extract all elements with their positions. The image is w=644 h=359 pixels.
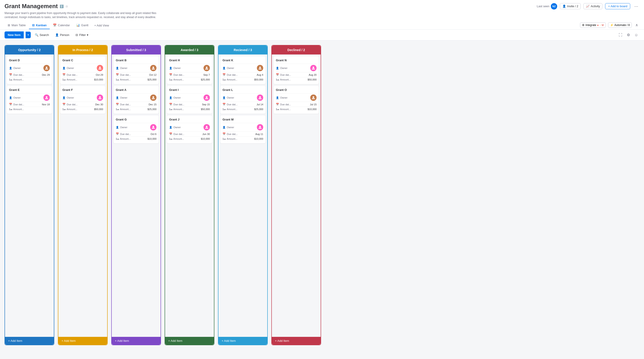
owner-row: 👤 Owner [9,64,50,72]
due-date-label: 📅 Due dat... [9,73,24,76]
title-left: Grant Management ℹ️ ☆ [4,3,68,10]
tab-kanban[interactable]: ⊟ Kanban [29,22,50,29]
expand-button[interactable]: ⛶ [617,32,624,38]
add-item-button-opportunity[interactable]: + Add Item [5,337,54,345]
number-icon: 1₂₃ [276,78,279,81]
card-grant-e[interactable]: Grant E👤 Owner 📅 Due dat...Nov 181₂₃ Amo… [7,86,52,114]
add-item-button-declined[interactable]: + Add Item [272,337,321,345]
card-grant-j[interactable]: Grant J👤 Owner 📅 Due dat...Jun 301₂₃ Amo… [167,116,212,143]
add-item-button-received[interactable]: + Add Item [218,337,267,345]
amount-value: $50,000 [94,108,103,110]
card-grant-h[interactable]: Grant H👤 Owner 📅 Due dat...Sep 71₂₃ Amou… [167,56,212,84]
card-grant-n[interactable]: Grant N👤 Owner 📅 Due dat...Aug 201₂₃ Amo… [274,56,319,84]
amount-row: 1₂₃ Amount... [9,107,50,112]
search-button[interactable]: 🔍 Search [32,32,51,38]
card-grant-k[interactable]: Grant K👤 Owner 📅 Due dat...Aug 41₂₃ Amou… [220,56,266,84]
svg-point-10 [259,67,261,68]
person-icon: 👤 [222,126,226,129]
card-grant-b[interactable]: Grant B👤 Owner 📅 Due dat...Oct 121₂₃ Amo… [114,56,159,84]
due-date-label: 📅 Due dat... [276,73,291,76]
card-grant-g[interactable]: Grant G👤 Owner 📅 Due dat...Oct 61₂₃ Amou… [114,116,159,143]
card-title: Grant H [169,58,210,62]
svg-point-14 [313,96,314,98]
add-item-button-submitted[interactable]: + Add Item [112,337,160,345]
new-item-dropdown-button[interactable]: ▾ [26,32,31,38]
amount-label: 1₂₃ Amount... [276,108,291,110]
person-filter-button[interactable]: 👤 Person [53,32,72,38]
card-title: Grant D [9,58,50,62]
due-date-value: Nov 18 [42,103,50,106]
gantt-icon: 📊 [76,24,80,27]
amount-label: 1₂₃ Amount... [222,108,238,110]
owner-avatar [97,94,103,101]
owner-label: 👤 Owner [222,126,234,129]
owner-label: 👤 Owner [116,67,127,70]
card-grant-o[interactable]: Grant O👤 Owner 📅 Due dat...Jul 151₂₃ Amo… [274,86,319,114]
due-date-value: Oct 29 [96,74,103,76]
person-icon: 👤 [276,96,279,99]
due-date-value: Jun 30 [202,133,210,136]
tab-calendar[interactable]: 📅 Calendar [50,22,73,29]
settings-button[interactable]: ⚙ [626,32,631,38]
amount-row: 1₂₃ Amount...$10,000 [276,107,316,112]
owner-row: 👤 Owner [169,64,210,72]
filter-icon: ⊟ [76,33,78,36]
activity-icon: 📈 [586,4,590,8]
due-date-value: Sep 7 [203,74,210,76]
more-options-button[interactable]: ··· [633,3,640,10]
card-grant-l[interactable]: Grant L👤 Owner 📅 Due dat...Jul 141₂₃ Amo… [220,86,266,114]
card-grant-c[interactable]: Grant C👤 Owner 📅 Due dat...Oct 291₂₃ Amo… [60,56,105,84]
card-grant-m[interactable]: Grant M👤 Owner 📅 Due dat...Aug 111₂₃ Amo… [220,116,266,143]
column-header-submitted: Submitted / 3 [112,46,160,54]
due-date-value: Dec 29 [42,74,50,76]
column-body-declined: Grant N👤 Owner 📅 Due dat...Aug 201₂₃ Amo… [272,54,321,337]
due-date-row: 📅 Due dat...Oct 6 [116,131,156,136]
svg-point-5 [153,96,154,98]
due-date-value: Aug 11 [255,133,263,136]
info-icon[interactable]: ℹ️ [60,4,64,8]
card-title: Grant N [276,58,316,62]
due-date-row: 📅 Due dat...Jun 30 [169,131,210,136]
collapse-button[interactable]: ∧ [634,22,640,28]
filter-button[interactable]: ⊟ Filter ▾ [73,32,91,38]
star-icon[interactable]: ☆ [65,4,68,8]
new-item-button[interactable]: New Item [4,32,24,38]
add-to-board-button[interactable]: + Add to board [605,3,630,9]
tab-main-table[interactable]: ⊞ Main Table [4,22,29,29]
add-item-button-inprocess[interactable]: + Add Item [58,337,107,345]
owner-row: 👤 Owner [169,93,210,102]
owner-avatar [257,65,263,71]
owner-row: 👤 Owner [222,93,263,102]
owner-label: 👤 Owner [169,126,181,129]
number-icon: 1₂₃ [9,78,12,81]
amount-label: 1₂₃ Amount... [169,108,184,110]
card-grant-f[interactable]: Grant F👤 Owner 📅 Due dat...Dec 301₂₃ Amo… [60,86,105,114]
activity-button[interactable]: 📈 Activity [584,3,602,9]
owner-avatar [310,65,316,71]
invite-button[interactable]: 👤 Invite / 2 [560,3,581,9]
amount-row: 1₂₃ Amount...$50,000 [169,107,210,112]
column-body-inprocess: Grant C👤 Owner 📅 Due dat...Oct 291₂₃ Amo… [58,54,107,337]
tab-gantt[interactable]: 📊 Gantt [73,22,92,29]
column-header-declined: Declined / 2 [272,46,321,54]
card-title: Grant I [169,88,210,92]
person-icon: 👤 [276,67,279,70]
card-grant-d[interactable]: Grant D👤 Owner 📅 Due dat...Dec 291₂₃ Amo… [7,56,52,84]
title-row: Grant Management ℹ️ ☆ Last seen NZ 👤 Inv… [4,3,640,11]
automate-button[interactable]: ⚡ Automate / 8 [608,22,632,28]
card-title: Grant B [116,58,156,62]
card-grant-a[interactable]: Grant A👤 Owner 📅 Due dat...Dec 151₂₃ Amo… [114,86,159,114]
toolbar-right: ⛶ ⚙ ☺ [617,32,640,38]
amount-row: 1₂₃ Amount... [9,77,50,82]
card-grant-i[interactable]: Grant I👤 Owner 📅 Due dat...Sep 151₂₃ Amo… [167,86,212,114]
column-body-awarded: Grant H👤 Owner 📅 Due dat...Sep 71₂₃ Amou… [165,54,214,337]
smiley-button[interactable]: ☺ [633,32,640,38]
owner-avatar [204,124,210,130]
add-view-button[interactable]: + Add View [92,22,112,29]
search-icon: 🔍 [35,33,38,36]
amount-value: $50,000 [254,78,263,81]
add-item-button-awarded[interactable]: + Add Item [165,337,214,345]
calendar-icon: 📅 [62,103,66,106]
due-date-label: 📅 Due dat... [222,103,238,106]
integrate-button[interactable]: ⚙ Integrate ● ↑ M [580,22,606,28]
